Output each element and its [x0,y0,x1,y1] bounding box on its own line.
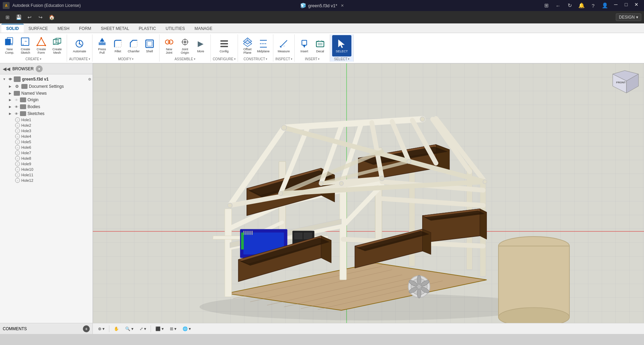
tree-item-named-views[interactable]: ▶ Named Views [0,90,92,96]
joint-origin-button[interactable]: JointOrigin [177,36,193,55]
configure-button[interactable]: Config [217,36,232,55]
close-document-button[interactable]: ✕ [341,3,344,8]
fillet-button[interactable]: Fillet [110,36,125,55]
redo-button[interactable]: ↪ [36,12,45,22]
design-dropdown[interactable]: DESIGN ▾ [616,13,641,21]
select-button[interactable]: SELECT [332,35,351,56]
hole-5-label: Hole5 [21,140,31,144]
grid-icon[interactable]: ⊞ [541,1,552,10]
browser-collapse-arrow[interactable]: ◀◀ [3,66,10,72]
grid-settings-arrow: ▾ [174,326,176,331]
hole-item-6[interactable]: ○ Hole6 [0,145,92,150]
chamfer-button[interactable]: Chamfer [126,36,141,55]
grid-settings-button[interactable]: ⊞ ▾ [167,325,179,333]
tab-sheet-metal[interactable]: SHEET METAL [96,24,134,33]
tree-item-root[interactable]: ▼ 👁 green5.f3d v1 ⚙ [0,76,92,83]
zoom-fit-button[interactable]: ⤢ ▾ [137,325,149,333]
refresh-button[interactable]: ↻ [564,1,575,10]
root-vis-icon[interactable]: 👁 [8,76,13,82]
zoom-button[interactable]: 🔍 ▾ [123,325,136,333]
doc-settings-arrow[interactable]: ▶ [9,85,14,88]
tree-item-sketches[interactable]: ▶ 👁 Sketches [0,110,92,117]
tab-form[interactable]: FORM [74,24,96,33]
create-sketch-button[interactable]: ✏ CreateSketch [18,36,33,55]
tab-plastic[interactable]: PLASTIC [134,24,161,33]
sketches-folder-icon [20,111,26,116]
hole-item-4[interactable]: ○ Hole4 [0,134,92,139]
tab-solid[interactable]: SOLID [1,24,24,33]
offset-plane-button[interactable]: OffsetPlane [240,36,255,55]
create-group-label: CREATE ▾ [25,57,41,61]
tree-item-doc-settings[interactable]: ▶ ⚙ Document Settings [0,83,92,90]
decal-button[interactable]: Decal [313,36,328,55]
browser-collapse-button[interactable]: ● [36,65,43,72]
hole-item-2[interactable]: ○ Hole2 [0,123,92,128]
assemble-more-button[interactable]: ▶ More [193,36,208,55]
svg-point-128 [281,125,287,130]
named-views-label: Named Views [21,91,91,96]
create-form-button[interactable]: CreateForm [34,36,49,55]
hole-item-3[interactable]: ○ Hole3 [0,128,92,134]
bodies-vis-icon[interactable]: 👁 [14,104,19,109]
zoom-fit-icon: ⤢ [140,326,143,331]
tab-utilities[interactable]: UTILITIES [161,24,190,33]
pan-button[interactable]: ✋ [111,325,121,333]
automate-arrow: ▾ [89,58,90,61]
hole-item-8[interactable]: ○ Hole8 [0,156,92,161]
create-sketch-icon: ✏ [20,37,31,47]
tree-item-origin[interactable]: ▶ 👁 Origin [0,96,92,103]
svg-point-133 [279,191,283,196]
apps-grid-button[interactable]: ⊞ [3,12,12,22]
svg-rect-26 [146,40,153,48]
doc-settings-label: Document Settings [29,84,91,89]
new-joint-label: NewJoint [166,48,172,55]
midplane-button[interactable]: Midplane [256,36,271,55]
sketches-vis-icon[interactable]: 👁 [14,111,19,116]
notification-bell-icon[interactable]: 🔔 [576,1,587,10]
help-button[interactable]: ? [588,1,599,10]
select-icon [336,38,347,49]
undo-button[interactable]: ↩ [25,12,34,22]
hole-item-5[interactable]: ○ Hole5 [0,139,92,145]
viewport[interactable]: FRONT ⊕ ▾ ✋ 🔍 ▾ ⤢ ▾ [93,63,644,334]
hole-item-7[interactable]: ○ Hole7 [0,150,92,156]
root-expand-arrow[interactable]: ▼ [3,77,8,81]
new-component-button[interactable]: + NewComp. [2,36,17,55]
shell-button[interactable]: Shell [142,36,157,55]
bodies-arrow[interactable]: ▶ [9,105,14,108]
new-joint-button[interactable]: NewJoint [162,36,177,55]
hole-item-10[interactable]: ○ Hole10 [0,167,92,172]
minimize-button[interactable]: ─ [611,1,621,8]
automate-icon [74,38,85,49]
environment-button[interactable]: 🌐 ▾ [180,325,193,333]
origin-arrow[interactable]: ▶ [9,98,14,102]
undo-tb-button[interactable]: ← [553,1,564,10]
automate-button[interactable]: Automate [72,36,87,55]
close-button[interactable]: ✕ [632,1,641,8]
save-button[interactable]: 💾 [14,12,23,22]
sketches-arrow[interactable]: ▶ [9,112,14,115]
joint-origin-toolbar-button[interactable]: ⊕ ▾ [96,325,107,333]
tree-item-bodies[interactable]: ▶ 👁 Bodies [0,103,92,110]
hole-item-11[interactable]: ○ Hole11 [0,172,92,178]
create-mesh-button[interactable]: CreateMesh [50,36,65,55]
account-icon[interactable]: 👤 [599,1,610,10]
view-cube[interactable]: FRONT [611,69,638,96]
tab-surface[interactable]: SURFACE [24,24,53,33]
hole-item-9[interactable]: ○ Hole9 [0,161,92,167]
measure-button[interactable]: ↔ Measure [276,36,291,55]
insert-button[interactable]: Insert [297,36,312,55]
display-mode-button[interactable]: ⬛ ▾ [153,325,166,333]
hole-item-1[interactable]: ○ Hole1 [0,117,92,123]
hole-item-12[interactable]: ○ Hole12 [0,178,92,183]
named-views-arrow[interactable]: ▶ [9,92,14,95]
insert-group-items: Insert Decal [297,35,328,56]
hole-1-label: Hole1 [21,118,31,122]
maximize-button[interactable]: □ [621,1,631,8]
press-pull-button[interactable]: PressPull [95,36,110,55]
origin-vis-icon[interactable]: 👁 [14,97,19,103]
add-comment-button[interactable]: + [83,325,90,332]
tab-mesh[interactable]: MESH [53,24,74,33]
tab-manage[interactable]: MANAGE [190,24,217,33]
home-button[interactable]: 🏠 [47,12,56,22]
